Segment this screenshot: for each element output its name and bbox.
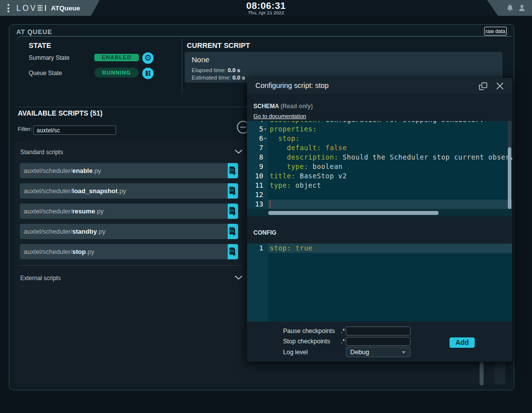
standard-scripts-accordion[interactable]: Standard scripts [20,149,243,156]
script-row: auxtel/scheduler/resume.py [20,204,238,219]
script-path: auxtel/scheduler/enable.py [24,167,101,174]
chevron-down-icon [235,275,243,281]
current-script-name: None [192,55,209,64]
code-line-9: 9 type: boolean [247,162,512,171]
queue-state-label: Queue State [29,70,62,77]
code-line-4: 4description: Configuration for stopping… [247,121,512,124]
launch-script-button[interactable] [228,163,238,178]
fold-caret-icon[interactable] [264,128,267,130]
configure-script-modal: Configuring script: stop SCHEMA (Read on… [247,78,512,362]
column-divider [182,39,182,94]
script-launch-icon [229,206,237,216]
script-launch-icon [229,227,237,236]
code-line-8: 8 description: Should the Scheduler stop… [247,153,512,162]
schema-vertical-scrollbar-thumb[interactable] [508,147,511,209]
clock-date: Thu, Apr 21 2022 [0,10,532,15]
available-scripts-heading: AVAILABLE SCRIPTS (51) [18,109,102,117]
script-row: auxtel/scheduler/enable.py [20,163,238,178]
code-line-5: 5properties: [247,124,512,134]
script-path: auxtel/scheduler/stop.py [24,248,94,255]
standard-scripts-list: auxtel/scheduler/enable.pyauxtel/schedul… [20,163,238,264]
schema-horizontal-scrollbar-thumb[interactable] [268,211,439,215]
launch-script-button[interactable] [228,244,238,259]
current-script-heading: CURRENT SCRIPT [187,41,250,49]
panel-title: AT QUEUE [16,28,52,36]
filter-input[interactable] [33,125,116,135]
filter-label: Filter: [18,126,32,132]
settings-gear-button[interactable]: ⚙ [142,52,154,64]
group-divider [19,265,242,266]
modal-title: Configuring script: stop [255,82,328,89]
chevron-down-icon [235,149,243,155]
user-icon[interactable] [518,4,526,12]
gear-icon: ⚙ [144,53,152,63]
code-line-6: 6 stop: [247,134,512,143]
stop-checkpoints-input[interactable] [346,337,410,346]
schema-code-editor[interactable]: 4description: Configuration for stopping… [247,121,512,216]
estimated-time: Estimated time: 0.0 s [192,75,245,81]
config-code-editor[interactable]: 1stop: true [247,244,512,322]
pause-checkpoints-label: Pause checkpoints.* [283,328,345,334]
config-heading: CONFIG [253,229,277,236]
script-launch-icon [229,186,237,196]
code-line-7: 7 default: false [247,143,512,153]
add-button[interactable]: Add [450,337,475,348]
documentation-link[interactable]: Go to documentation [253,113,306,119]
panel-title-divider [17,36,511,41]
launch-script-button[interactable] [228,204,238,219]
code-line-11: 11type: object [247,181,512,190]
state-heading: STATE [29,41,51,49]
code-line-13: 13 [247,200,512,209]
script-row: auxtel/scheduler/stop.py [20,244,238,259]
background-scrollbar-thumb[interactable] [480,362,484,385]
pause-queue-button[interactable] [142,68,154,79]
atqueue-app: LOV ATQueue 08:06:31 Thu, Apr 21 2022 AT… [0,0,532,413]
code-line-1: 1stop: true [247,244,512,253]
close-icon[interactable] [496,82,504,90]
schema-heading: SCHEMA (Read only) [253,103,313,110]
script-path: auxtel/scheduler/standby.py [24,228,105,235]
queue-state-badge: RUNNING [94,68,139,78]
stop-checkpoints-label: Stop checkpoints.* [283,338,345,345]
detach-window-icon[interactable] [479,82,488,90]
code-line-10: 10title: BaseStop v2 [247,171,512,181]
elapsed-time: Elapsed time: 0.0 s [192,67,240,73]
script-row: auxtel/scheduler/standby.py [20,224,238,239]
summary-state-label: Summary State [29,54,70,61]
editor-gutter [247,244,268,322]
launch-script-button[interactable] [228,224,238,239]
code-line-12: 12 [247,190,512,200]
external-scripts-accordion[interactable]: External scripts [20,275,243,282]
pause-checkpoints-input[interactable] [346,327,410,335]
log-level-label: Log level [283,349,345,356]
script-row: auxtel/scheduler/load_snapshot.py [20,183,238,199]
pause-icon [146,71,148,76]
script-path: auxtel/scheduler/load_snapshot.py [24,187,126,195]
summary-state-badge: ENABLED [94,54,139,61]
select-arrow-icon [402,351,406,354]
launch-script-button[interactable] [228,183,238,199]
top-navigation-bar: LOV ATQueue 08:06:31 Thu, Apr 21 2022 [0,0,532,16]
raw-data-button[interactable]: raw data [484,27,507,36]
script-path: auxtel/scheduler/resume.py [24,207,104,215]
fold-caret-icon[interactable] [264,138,267,140]
notification-bell-icon[interactable] [506,4,514,12]
log-level-select[interactable]: Debug [346,347,410,357]
script-launch-icon [229,166,237,175]
script-launch-icon [229,247,237,256]
